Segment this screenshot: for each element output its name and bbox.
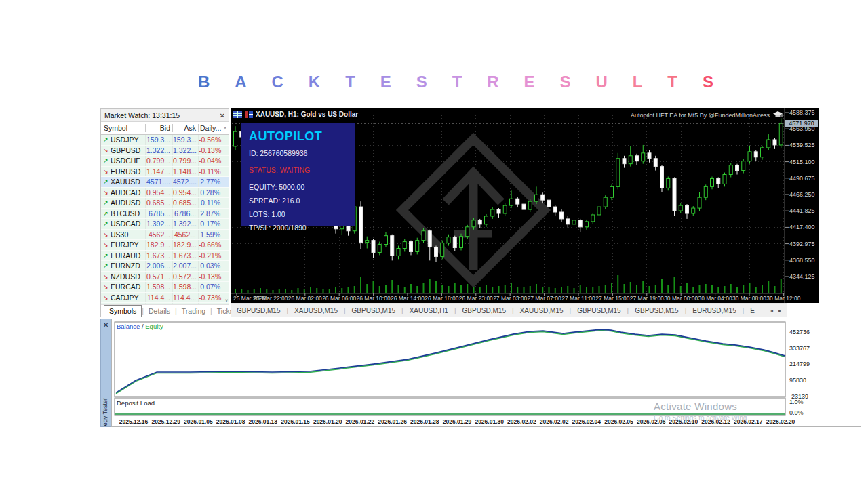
down-arrow-icon: ↘	[101, 189, 111, 196]
symbol-cell: EURNZD	[111, 261, 146, 271]
market-watch-row[interactable]: ↗EURNZD2.006...2.007...0.03%	[101, 261, 229, 272]
market-watch-row[interactable]: ↘NZDUSD0.571...0.572...-0.13%	[101, 272, 229, 283]
price-axis-label: 4344.125	[789, 273, 815, 280]
price-axis-label: 4441.825	[789, 207, 815, 214]
time-axis-label: 25 Mar 22:00	[254, 295, 288, 302]
ask-cell: 1.392...	[173, 219, 199, 229]
deposit-axis-label: 1.0%	[789, 399, 804, 405]
market-watch-tab-trading[interactable]: Trading	[177, 306, 210, 317]
daily-cell: 0.03%	[199, 261, 223, 271]
title-letter: T	[667, 73, 677, 92]
tester-date-label: 2026.01.13	[249, 418, 278, 425]
symbol-cell: NZDUSD	[111, 272, 146, 282]
legend-equity: Equity	[145, 323, 163, 330]
bid-cell: 182.9...	[146, 240, 173, 250]
bid-cell: 1.322...	[146, 146, 173, 156]
chart-tab[interactable]: GBPUSD,M15	[456, 307, 512, 314]
chart-tab[interactable]: XAUUSD,M15	[288, 307, 344, 314]
market-watch-row[interactable]: ↗EURAUD1.673...1.673...-0.21%	[101, 251, 229, 262]
chart-tab[interactable]: EURUSD,M15	[686, 307, 742, 314]
chart-tab[interactable]: XAUUSD,M15	[514, 307, 570, 314]
scroll-down-icon[interactable]: ˅	[225, 298, 228, 303]
chart-tab[interactable]: GBPUSD,M15	[629, 307, 684, 314]
market-watch-row[interactable]: ↘GBPUSD1.322...1.322...-0.13%	[101, 146, 229, 157]
price-axis-label: 4490.675	[789, 175, 815, 182]
title-letter: U	[595, 73, 607, 92]
broker-logo-watermark	[402, 139, 545, 281]
autopilot-line: SPREAD: 216.0	[249, 197, 347, 205]
up-arrow-icon: ↗	[101, 178, 111, 185]
tester-date-label: 2026.01.22	[346, 418, 375, 425]
down-arrow-icon: ↘	[101, 241, 111, 248]
tester-date-label: 2026.02.20	[766, 418, 795, 425]
market-watch-row[interactable]: ↗XAUUSD4571....4572....2.77%	[101, 177, 229, 188]
column-daily[interactable]: Daily...	[199, 124, 222, 132]
bid-cell: 1.147...	[146, 167, 173, 177]
up-arrow-icon: ↗	[101, 220, 111, 227]
strategy-tester-strip[interactable]: ✕ Strategy Tester	[100, 319, 111, 427]
close-icon[interactable]: ✕	[220, 112, 225, 119]
autopilot-line: TP/SL: 2000/1890	[249, 224, 347, 232]
volume-bars	[235, 275, 782, 293]
market-watch-row[interactable]: ↘EURUSD1.147...1.148...-0.11%	[101, 167, 229, 178]
strategy-tester-panel: Balance / Equity Deposit Load 4527363337…	[111, 319, 861, 427]
market-watch-row[interactable]: ↘CADJPY114.4...114.4...-0.73%	[101, 293, 229, 304]
daily-cell: 0.28%	[199, 188, 223, 198]
tester-date-label: 2026.01.30	[475, 418, 504, 425]
symbol-cell: EURCAD	[111, 282, 146, 292]
column-bid[interactable]: Bid	[146, 124, 173, 132]
title-letter: C	[272, 73, 283, 92]
market-watch-row[interactable]: ↘EURCAD1.598...1.598...0.07%	[101, 282, 229, 293]
market-watch-tab-symbols[interactable]: Symbols	[104, 305, 142, 317]
ask-cell: 114.4...	[173, 293, 199, 303]
time-axis-label: 27 Mar 11:00	[561, 295, 595, 302]
symbol-cell: EURJPY	[111, 240, 146, 250]
market-watch-row[interactable]: ↘US304562...4562...1.59%	[101, 230, 229, 241]
close-icon[interactable]: ✕	[103, 321, 108, 329]
tester-date-label: 2026.01.28	[410, 418, 439, 425]
tester-date-label: 2025.12.16	[119, 418, 149, 425]
market-watch-row[interactable]: ↘AUDCAD0.954...0.954...0.28%	[101, 188, 229, 199]
title-letter: T	[345, 73, 355, 92]
bid-cell: 114.4...	[146, 293, 173, 303]
symbol-cell: EURAUD	[111, 251, 146, 261]
symbol-cell: US30	[111, 230, 146, 240]
tester-axis-label: 95830	[789, 377, 806, 384]
symbol-cell: BTCUSD	[111, 209, 146, 219]
market-watch-titlebar: Market Watch: 13:31:15 ✕	[101, 109, 229, 122]
chart-tab[interactable]: GBPUSD,M15	[231, 307, 286, 314]
chart-tab[interactable]: GBPUSD,M15	[346, 307, 401, 314]
chart-tab[interactable]: XAUUSD,H1	[403, 307, 454, 314]
market-watch-row[interactable]: ↗AUDUSD0.685...0.685...0.11%	[101, 198, 229, 209]
market-watch-row[interactable]: ↗BTCUSD6785...6786...2.87%	[101, 209, 229, 220]
activate-windows-watermark: Activate Windows	[654, 401, 737, 412]
title-letter: K	[309, 73, 320, 92]
grid-icon[interactable]	[233, 111, 242, 118]
daily-cell: 0.07%	[199, 282, 223, 292]
up-arrow-icon: ↗	[101, 136, 111, 143]
scroll-up-icon[interactable]: ˄	[222, 126, 229, 131]
market-watch-row[interactable]: ↘EURJPY182.9...182.9...-0.66%	[101, 240, 229, 251]
symbol-cell: XAUUSD	[111, 177, 146, 187]
tabs-scroll-right-icon[interactable]: ▸	[778, 308, 781, 314]
ea-attribution: Autopilot HFT EA for Mt5 By @FundedMilli…	[631, 111, 783, 119]
column-ask[interactable]: Ask	[173, 124, 199, 132]
ask-cell: 0.799...	[173, 156, 199, 166]
activate-windows-watermark-line2: Go to Settings to activate Wind	[654, 414, 747, 422]
tester-date-label: 2026.01.20	[313, 418, 342, 425]
chart-tab[interactable]: GBPUSD,M15	[571, 307, 627, 314]
bid-cell: 4571....	[146, 177, 173, 187]
chart-tab[interactable]: EURUSD,M15	[744, 307, 755, 314]
tabs-scroll-left-icon[interactable]: ◂	[770, 308, 773, 314]
title-letter: S	[416, 73, 427, 92]
flag-icon[interactable]	[245, 111, 253, 118]
title-letter: S	[559, 73, 570, 92]
autopilot-line: LOTS: 1.00	[249, 210, 347, 218]
market-watch-row[interactable]: ↗USDCAD1.392...1.392...0.17%	[101, 219, 229, 230]
market-watch-tab-details[interactable]: Details	[144, 306, 175, 317]
market-watch-row[interactable]: ↗USDCHF0.799...0.799...-0.04%	[101, 156, 229, 167]
market-watch-row[interactable]: ↗USDJPY159.3...159.3...-0.56%	[101, 135, 229, 146]
price-axis-label: 4539.525	[789, 142, 815, 148]
column-symbol[interactable]: Symbol	[101, 124, 146, 132]
autopilot-lines: ID: 256760589936STATUS: WAITINGEQUITY: 5…	[249, 149, 347, 232]
